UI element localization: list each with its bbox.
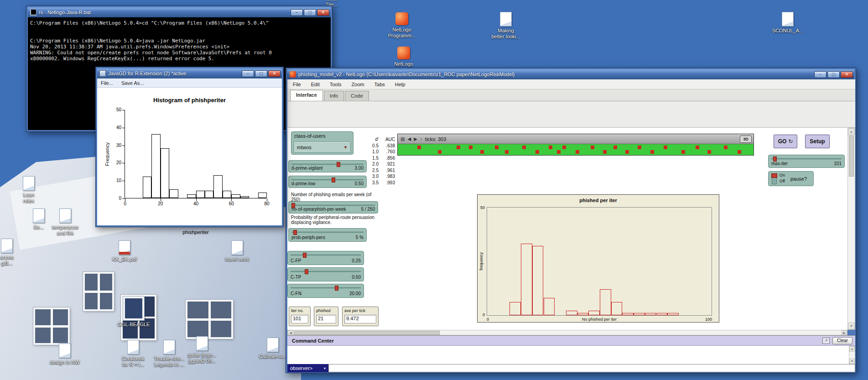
hist-bar	[566, 311, 577, 315]
desktop-icon[interactable]: GGL-BEAGLE	[114, 297, 153, 328]
close-button[interactable]: ✕	[317, 9, 329, 16]
minimize-button[interactable]: –	[814, 71, 826, 78]
tab-interface[interactable]: Interface	[290, 90, 323, 101]
scroll-up-icon[interactable]: ▲	[849, 346, 855, 352]
interface-hscrollbar[interactable]: ◀ ▶	[287, 330, 847, 335]
desktop-icon[interactable]: Loan ndex	[9, 176, 48, 204]
slider-no-of-spearphish-per-week[interactable]: no-of-spearphish-per-week 5 / 250	[288, 201, 378, 213]
slider-track[interactable]	[771, 158, 842, 160]
javagd-titlebar[interactable]: JavaGD for R-Extension (2) *active – ▢ ✕	[97, 68, 282, 78]
slider-c-tp[interactable]: C-TP 0.50	[287, 267, 364, 281]
chooser-arrow-icon: ▼	[343, 145, 348, 150]
view-world[interactable]	[398, 144, 754, 155]
javagd-title: JavaGD for R-Extension (2) *active	[108, 71, 240, 76]
menu-tools[interactable]: Tools	[330, 82, 342, 87]
note-periph: Probability of peripheral-route persuasi…	[291, 215, 378, 225]
interface-vscrollbar[interactable]: ▲ ▼	[847, 128, 855, 330]
slider-handle[interactable]	[332, 177, 335, 182]
view-edit-icon[interactable]: ▨	[400, 136, 405, 141]
slider-handle[interactable]	[335, 286, 338, 291]
slider-handle[interactable]	[305, 269, 308, 274]
minimize-button[interactable]: –	[291, 9, 303, 16]
netlogo-app-icon	[290, 71, 296, 78]
tab-info[interactable]: Info	[324, 91, 344, 101]
menu-zoom[interactable]: Zoom	[351, 82, 364, 87]
x-tick-label: 0	[119, 201, 131, 206]
command-center-header[interactable]: Command Center ↗ Clear	[287, 336, 855, 346]
switch-pause[interactable]: On Off pause?	[768, 171, 814, 186]
slider-d-prime-low[interactable]: d-prime-low 0.50	[288, 176, 367, 188]
slider-handle[interactable]	[337, 162, 340, 167]
slider-handle[interactable]	[303, 253, 307, 258]
desktop-icon[interactable]: guide [tcge... ggplot2 09...	[182, 336, 222, 364]
menu-file[interactable]: File	[293, 82, 301, 87]
tab-code[interactable]: Code	[345, 91, 369, 101]
command-center-scrollbar[interactable]: ▲ ▼	[849, 346, 855, 364]
netlogo-titlebar[interactable]: phishing_model_v2 - NetLogo {C:\Users\ka…	[287, 69, 854, 79]
minimize-button[interactable]: –	[242, 70, 254, 77]
desktop-icon[interactable]: Cookbook for R = l...	[114, 340, 153, 368]
desktop-icon[interactable]: travel work	[218, 240, 257, 262]
switch-knob[interactable]	[771, 173, 777, 178]
slider-track[interactable]	[291, 205, 375, 206]
maximize-button[interactable]: ▢	[827, 71, 840, 78]
export-icon[interactable]: ↗	[822, 338, 830, 344]
plot-phished-per-iter: phished per iter frequency 50 0 0 No phi…	[477, 194, 719, 323]
scroll-thumb[interactable]	[849, 135, 854, 177]
agent-square	[522, 146, 526, 149]
menu-file[interactable]: File...	[101, 80, 113, 86]
view-3d-button[interactable]: 3D	[740, 135, 752, 143]
arrow-right-icon[interactable]: ▶	[414, 136, 417, 141]
photo-icon	[123, 297, 144, 320]
desktop-icon-label: Making better looki...	[492, 28, 520, 40]
slider-track[interactable]	[291, 164, 364, 165]
desktop-icon[interactable]: NetLogo	[384, 45, 423, 67]
slider-prob-periph-pers[interactable]: prob-periph-pers 5 %	[288, 228, 367, 242]
arrow-left-icon[interactable]: ◀	[407, 136, 411, 141]
observer-dropdown[interactable]: observer> ▾	[287, 364, 328, 372]
scroll-right-icon[interactable]: ▶	[842, 330, 847, 335]
scroll-down-icon[interactable]: ▼	[848, 323, 855, 329]
desktop-icon[interactable]: temperance and RA	[46, 208, 85, 236]
chooser-class-of-users[interactable]: class-of-users mtwos ▼	[291, 131, 353, 155]
scroll-left-icon[interactable]: ◀	[288, 330, 293, 335]
cmd-titlebar[interactable]: rs - Netlogo-Java-R.bat – ▢ ✕	[28, 7, 331, 17]
desktop-icon[interactable]: NetLogo Programm...	[382, 11, 421, 39]
slider-max-iter[interactable]: max-iter 101	[768, 155, 845, 168]
desktop-icon[interactable]: design in NW	[45, 344, 84, 365]
menu-save-as[interactable]: Save As...	[121, 80, 144, 86]
slider-c-fn[interactable]: C-FN 20.00	[287, 284, 364, 298]
desktop-icon[interactable]: ances glB...	[0, 239, 26, 266]
world-view[interactable]: ▨ ◀ ▶ ↕ ticks: 303 3D	[397, 134, 754, 156]
close-button[interactable]: ✕	[268, 70, 281, 77]
desktop-icon[interactable]: KK_EK.pdf	[105, 240, 144, 262]
command-center-output[interactable]	[287, 346, 849, 364]
slider-track[interactable]	[291, 179, 364, 181]
desktop-icon[interactable]: Making better looki...	[486, 12, 525, 40]
menu-help[interactable]: Help	[395, 82, 405, 87]
menu-tabs[interactable]: Tabs	[374, 82, 385, 87]
y-tick	[122, 128, 125, 128]
menu-edit[interactable]: Edit	[311, 82, 320, 87]
close-button[interactable]: ✕	[841, 71, 853, 78]
command-input[interactable]	[328, 364, 855, 372]
arrow-updown-icon[interactable]: ↕	[420, 136, 422, 141]
chooser-value[interactable]: mtwos ▼	[294, 141, 351, 153]
slider-track[interactable]	[291, 255, 361, 256]
slider-handle[interactable]	[293, 230, 297, 235]
maximize-button[interactable]: ▢	[255, 70, 267, 77]
desktop-icon[interactable]: SCONUL_A...	[768, 12, 807, 34]
slider-track[interactable]	[291, 287, 361, 289]
scroll-down-icon[interactable]: ▼	[849, 359, 855, 364]
slider-track[interactable]	[291, 232, 364, 233]
slider-track[interactable]	[291, 271, 361, 272]
desktop-icon-label: guide [tcge... ggplot2 09...	[188, 352, 217, 364]
slider-c-fp[interactable]: C-FP 0.25	[287, 251, 364, 265]
setup-button[interactable]: Setup	[805, 135, 830, 148]
maximize-button[interactable]: ▢	[304, 9, 316, 16]
go-button[interactable]: GO ↻	[774, 135, 797, 148]
slider-d-prime-vigilant[interactable]: d-prime-vigilant 3.00	[288, 160, 367, 172]
scroll-up-icon[interactable]: ▲	[848, 128, 855, 135]
clear-button[interactable]: Clear	[832, 337, 852, 344]
scroll-thumb[interactable]	[294, 331, 440, 335]
